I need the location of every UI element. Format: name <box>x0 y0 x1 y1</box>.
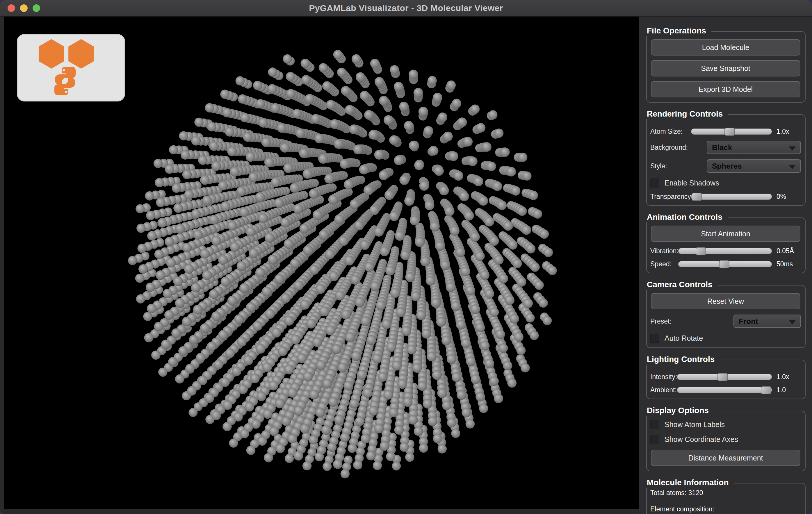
auto-rotate-label: Auto Rotate <box>665 334 703 342</box>
ambient-value: 1.0 <box>772 386 801 394</box>
element-composition-label: Element composition: <box>650 505 801 514</box>
hexagon-icon <box>68 39 94 69</box>
total-atoms-text: Total atoms: 3120 <box>650 489 801 497</box>
python-icon <box>54 67 76 95</box>
molecule-viewport[interactable] <box>4 17 639 509</box>
intensity-label: Intensity: <box>650 373 677 381</box>
transparency-slider-thumb[interactable] <box>692 193 702 201</box>
show-atom-labels-label: Show Atom Labels <box>665 420 725 429</box>
minimize-button[interactable] <box>20 4 28 12</box>
atom-size-value: 1.0x <box>772 128 801 135</box>
ambient-slider[interactable] <box>677 387 772 393</box>
show-coordinate-axes-label: Show Coordinate Axes <box>665 435 738 444</box>
background-label: Background: <box>650 144 707 151</box>
save-snapshot-button[interactable]: Save Snapshot <box>651 60 801 77</box>
style-label: Style: <box>650 162 707 170</box>
preset-dropdown[interactable]: Front <box>733 314 801 328</box>
speed-slider[interactable] <box>678 261 772 267</box>
show-coordinate-axes-checkbox[interactable] <box>650 435 659 444</box>
window-title: PyGAMLab Visualizator - 3D Molecular Vie… <box>0 3 812 13</box>
show-atom-labels-checkbox[interactable] <box>650 420 659 429</box>
load-molecule-button[interactable]: Load Molecule <box>651 39 801 56</box>
group-title: Rendering Controls <box>646 109 728 119</box>
vibration-label: Vibration: <box>650 247 678 255</box>
speed-slider-thumb[interactable] <box>719 260 729 268</box>
traffic-lights <box>7 4 40 12</box>
group-lighting-controls: Lighting Controls Intensity: 1.0x Ambien… <box>646 360 806 399</box>
group-file-operations: File Operations Load Molecule Save Snaps… <box>646 31 806 102</box>
style-dropdown[interactable]: Spheres <box>707 159 801 173</box>
enable-shadows-label: Enable Shadows <box>665 179 719 187</box>
transparency-value: 0% <box>772 193 801 201</box>
preset-label: Preset: <box>650 318 733 325</box>
chevron-down-icon <box>789 165 796 169</box>
group-title: Animation Controls <box>646 213 728 222</box>
background-selected: Black <box>707 143 732 152</box>
title-bar: PyGAMLab Visualizator - 3D Molecular Vie… <box>0 0 812 17</box>
pygamlab-logo-graphic <box>18 35 124 100</box>
vibration-slider[interactable] <box>678 248 772 254</box>
group-title: Camera Controls <box>646 280 718 290</box>
group-camera-controls: Camera Controls Reset View Preset: Front… <box>646 285 806 348</box>
transparency-label: Transparency: <box>650 193 691 201</box>
hexagon-icon <box>39 39 64 69</box>
speed-label: Speed: <box>650 260 678 268</box>
ambient-label: Ambient: <box>650 386 677 394</box>
auto-rotate-checkbox[interactable] <box>650 334 659 343</box>
group-display-options: Display Options Show Atom Labels Show Co… <box>646 411 806 471</box>
zoom-button[interactable] <box>33 4 40 12</box>
vibration-slider-thumb[interactable] <box>696 247 706 255</box>
vibration-value: 0.05Å <box>772 247 801 255</box>
atom-size-slider[interactable] <box>691 128 772 134</box>
background-dropdown[interactable]: Black <box>707 141 801 154</box>
viewport-area <box>0 17 639 514</box>
start-animation-button[interactable]: Start Animation <box>651 225 801 242</box>
chevron-down-icon <box>789 321 796 325</box>
group-title: Display Options <box>646 406 714 416</box>
group-animation-controls: Animation Controls Start Animation Vibra… <box>646 217 806 273</box>
intensity-slider[interactable] <box>677 374 772 380</box>
group-title: Molecule Information <box>646 478 734 488</box>
group-title: Lighting Controls <box>646 355 720 365</box>
export-3d-model-button[interactable]: Export 3D Model <box>651 81 801 97</box>
enable-shadows-checkbox[interactable] <box>650 179 659 187</box>
ambient-slider-thumb[interactable] <box>761 386 771 394</box>
reset-view-button[interactable]: Reset View <box>651 293 801 309</box>
atom-size-label: Atom Size: <box>650 128 691 135</box>
distance-measurement-button[interactable]: Distance Measurement <box>651 450 801 466</box>
group-rendering-controls: Rendering Controls Atom Size: 1.0x Backg… <box>646 114 806 206</box>
preset-selected: Front <box>734 317 758 326</box>
control-sidebar: File Operations Load Molecule Save Snaps… <box>639 17 812 514</box>
transparency-slider[interactable] <box>691 193 772 200</box>
chevron-down-icon <box>789 147 796 151</box>
group-molecule-information: Molecule Information Total atoms: 3120 E… <box>646 483 806 514</box>
pygamlab-logo <box>17 34 125 101</box>
app-window: PyGAMLab Visualizator - 3D Molecular Vie… <box>0 0 812 514</box>
atom-size-slider-thumb[interactable] <box>724 128 735 136</box>
intensity-slider-thumb[interactable] <box>718 373 728 381</box>
group-title: File Operations <box>646 26 712 36</box>
intensity-value: 1.0x <box>772 373 801 381</box>
speed-value: 50ms <box>772 260 801 268</box>
close-button[interactable] <box>7 4 15 12</box>
style-selected: Spheres <box>707 162 742 171</box>
